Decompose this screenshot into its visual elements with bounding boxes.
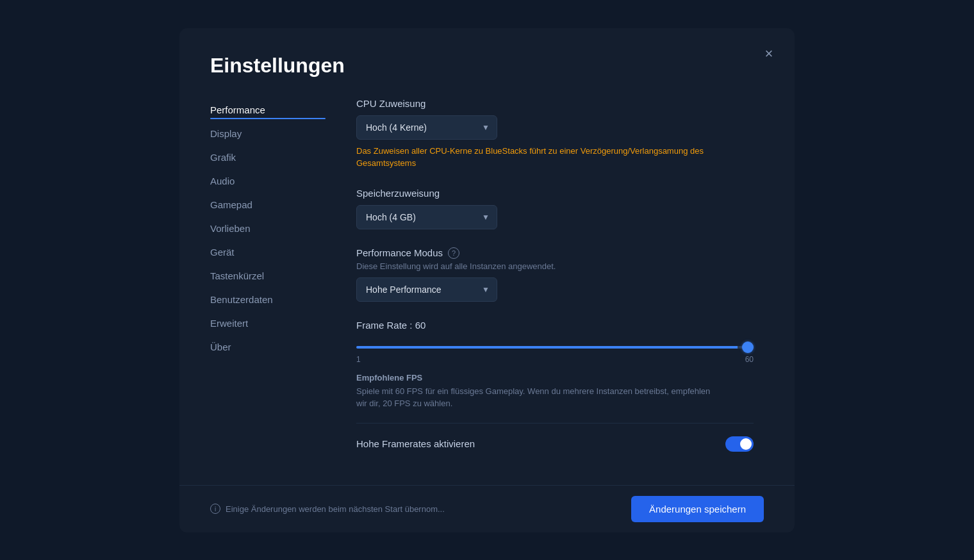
slider-max: 60: [745, 355, 754, 364]
sidebar-item-tastenkuerzel[interactable]: Tastenkürzel: [210, 264, 326, 288]
slider-range: 1 60: [356, 355, 754, 364]
sidebar-item-performance[interactable]: Performance: [210, 98, 326, 122]
performance-mode-dropdown-wrapper: Hohe Performance ▼: [356, 277, 497, 302]
sidebar-item-gamepad[interactable]: Gamepad: [210, 193, 326, 217]
modal-body: Performance Display Grafik Audio Gamepad…: [179, 93, 795, 485]
modal-footer: i Einige Änderungen werden beim nächsten…: [179, 485, 795, 532]
recommended-fps: Empfohlene FPS Spiele mit 60 FPS für ein…: [356, 373, 764, 410]
slider-min: 1: [356, 355, 361, 364]
recommended-fps-description: Spiele mit 60 FPS für ein flüssiges Game…: [356, 385, 715, 410]
memory-dropdown[interactable]: Hoch (4 GB): [356, 205, 497, 229]
sidebar-item-ueber[interactable]: Über: [210, 335, 326, 359]
modal-header: Einstellungen: [179, 28, 795, 93]
footer-info: i Einige Änderungen werden beim nächsten…: [210, 504, 445, 514]
high-framerate-toggle[interactable]: [725, 436, 754, 452]
frame-rate-slider[interactable]: [356, 346, 754, 349]
frame-rate-label: Frame Rate : 60: [356, 320, 764, 331]
recommended-fps-title: Empfohlene FPS: [356, 373, 764, 383]
performance-mode-dropdown[interactable]: Hohe Performance: [356, 277, 497, 302]
performance-mode-label: Performance Modus: [356, 247, 443, 258]
performance-mode-header: Performance Modus ?: [356, 247, 764, 259]
sidebar-item-grafik[interactable]: Grafik: [210, 145, 326, 169]
high-framerate-label: Hohe Framerates aktivieren: [356, 438, 475, 449]
memory-dropdown-wrapper: Hoch (4 GB) ▼: [356, 205, 497, 229]
settings-modal: Einstellungen × Performance Display Graf…: [179, 28, 795, 532]
frame-rate-section: Frame Rate : 60 1 60 Empfohlene FPS Spie…: [356, 320, 764, 452]
sidebar-item-erweitert[interactable]: Erweitert: [210, 311, 326, 335]
cpu-dropdown-wrapper: Hoch (4 Kerne) ▼: [356, 115, 497, 140]
cpu-dropdown[interactable]: Hoch (4 Kerne): [356, 115, 497, 140]
footer-info-text: Einige Änderungen werden beim nächsten S…: [226, 504, 445, 514]
memory-label: Speicherzuweisung: [356, 188, 764, 199]
sidebar-item-display[interactable]: Display: [210, 122, 326, 145]
toggle-track[interactable]: [725, 436, 754, 452]
settings-content: CPU Zuweisung Hoch (4 Kerne) ▼ Das Zuwei…: [326, 93, 764, 485]
sidebar-item-geraet[interactable]: Gerät: [210, 240, 326, 264]
high-framerate-row: Hohe Framerates aktivieren: [356, 423, 754, 452]
sidebar: Performance Display Grafik Audio Gamepad…: [210, 93, 326, 485]
performance-mode-sublabel: Diese Einstellung wird auf alle Instanze…: [356, 261, 764, 271]
cpu-section: CPU Zuweisung Hoch (4 Kerne) ▼ Das Zuwei…: [356, 98, 764, 170]
info-icon: i: [210, 504, 220, 514]
memory-section: Speicherzuweisung Hoch (4 GB) ▼: [356, 188, 764, 229]
close-button[interactable]: ×: [759, 44, 779, 64]
frame-rate-slider-container: [356, 340, 754, 351]
cpu-label: CPU Zuweisung: [356, 98, 764, 109]
performance-mode-help-icon[interactable]: ?: [448, 247, 459, 259]
sidebar-item-audio[interactable]: Audio: [210, 169, 326, 193]
cpu-warning: Das Zuweisen aller CPU-Kerne zu BlueStac…: [356, 145, 741, 170]
performance-mode-section: Performance Modus ? Diese Einstellung wi…: [356, 247, 764, 302]
modal-title: Einstellungen: [210, 54, 764, 78]
save-button[interactable]: Änderungen speichern: [631, 496, 764, 522]
sidebar-item-vorlieben[interactable]: Vorlieben: [210, 217, 326, 240]
toggle-thumb: [740, 438, 752, 450]
sidebar-item-benutzerdaten[interactable]: Benutzerdaten: [210, 288, 326, 311]
